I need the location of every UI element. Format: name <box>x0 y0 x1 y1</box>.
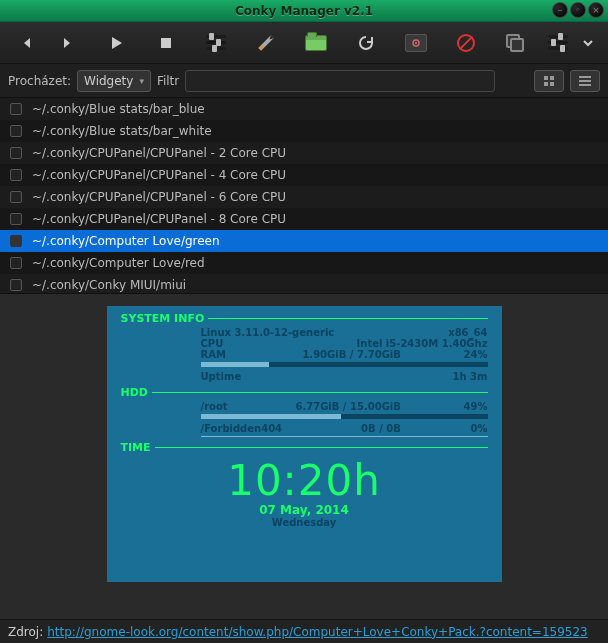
root-used: 6.77GiB / 15.00GiB <box>295 401 400 412</box>
open-folder-button[interactable] <box>298 27 334 59</box>
preferences-button[interactable] <box>540 27 576 59</box>
list-item[interactable]: ~/.conky/CPUPanel/CPUPanel - 2 Core CPU <box>0 142 608 164</box>
ram-label: RAM <box>201 349 226 360</box>
checkbox[interactable] <box>10 103 22 115</box>
play-button[interactable] <box>98 27 134 59</box>
clock-date: 07 May, 2014 <box>121 503 488 517</box>
filter-input[interactable] <box>185 70 495 92</box>
minimize-button[interactable]: – <box>552 2 568 18</box>
list-item-label: ~/.conky/Computer Love/red <box>32 256 205 270</box>
list-item[interactable]: ~/.conky/Computer Love/red <box>0 252 608 274</box>
list-item[interactable]: ~/.conky/CPUPanel/CPUPanel - 4 Core CPU <box>0 164 608 186</box>
cpu-label: CPU <box>201 338 224 349</box>
ram-used: 1.90GiB / 7.70GiB <box>302 349 400 360</box>
edit-button[interactable] <box>248 27 284 59</box>
stop-icon <box>159 36 173 50</box>
list-item[interactable]: ~/.conky/Conky MIUI/miui <box>0 274 608 294</box>
checkbox[interactable] <box>10 235 22 247</box>
list-item-label: ~/.conky/CPUPanel/CPUPanel - 8 Core CPU <box>32 212 286 226</box>
root-label: /root <box>201 401 228 412</box>
no-entry-icon <box>457 34 475 52</box>
source-label: Zdroj: <box>8 625 43 639</box>
kill-button[interactable] <box>448 27 484 59</box>
section-system: SYSTEM INFO <box>121 312 488 325</box>
clock: 10:20h 07 May, 2014 Wednesday <box>121 456 488 528</box>
play-icon <box>108 35 124 51</box>
panel-settings-button[interactable] <box>198 27 234 59</box>
back-button[interactable] <box>10 27 46 59</box>
uptime-label: Uptime <box>201 371 242 382</box>
status-bar: Zdroj: http://gnome-look.org/content/sho… <box>0 619 608 643</box>
widget-list[interactable]: ~/.conky/Blue stats/bar_blue~/.conky/Blu… <box>0 98 608 294</box>
system-settings-button[interactable] <box>398 27 434 59</box>
checkbox[interactable] <box>10 147 22 159</box>
svg-point-2 <box>415 41 417 43</box>
refresh-icon <box>357 34 375 52</box>
arch-value: x86_64 <box>448 327 487 338</box>
list-item-label: ~/.conky/Conky MIUI/miui <box>32 278 186 292</box>
checkbox[interactable] <box>10 125 22 137</box>
list-view-button[interactable] <box>570 70 600 92</box>
import-button[interactable] <box>498 27 534 59</box>
sliders-icon <box>548 35 568 50</box>
browse-combo-value: Widgety <box>84 74 133 88</box>
titlebar: Conky Manager v2.1 – ◦ × <box>0 0 608 22</box>
preview-pane: SYSTEM INFO Linux 3.11.0-12-genericx86_6… <box>0 294 608 594</box>
filter-bar: Procházet: Widgety ▾ Filtr <box>0 64 608 98</box>
arrow-left-icon <box>20 35 36 51</box>
checkbox[interactable] <box>10 169 22 181</box>
checkbox[interactable] <box>10 257 22 269</box>
f404-used: 0B / 0B <box>361 423 401 434</box>
conky-preview: SYSTEM INFO Linux 3.11.0-12-genericx86_6… <box>107 306 502 582</box>
toolbar <box>0 22 608 64</box>
list-item-label: ~/.conky/Blue stats/bar_blue <box>32 102 205 116</box>
filter-label: Filtr <box>157 74 179 88</box>
list-icon <box>579 76 591 86</box>
stack-icon <box>506 34 526 52</box>
f404-label: /Forbidden404 <box>201 423 283 434</box>
stop-button[interactable] <box>148 27 184 59</box>
browse-label: Procházet: <box>8 74 71 88</box>
maximize-button[interactable]: ◦ <box>570 2 586 18</box>
checkbox[interactable] <box>10 213 22 225</box>
chevron-down-icon: ▾ <box>139 76 144 86</box>
arrow-right-icon <box>58 35 74 51</box>
section-hdd: HDD <box>121 386 488 399</box>
checkbox[interactable] <box>10 191 22 203</box>
cpu-model: Intel i5-2430M 1.40Ghz <box>357 338 488 349</box>
f404-bar <box>201 436 488 437</box>
close-button[interactable]: × <box>588 2 604 18</box>
uptime-value: 1h 3m <box>453 371 488 382</box>
folder-icon <box>305 35 327 51</box>
svg-rect-0 <box>161 38 171 48</box>
list-item[interactable]: ~/.conky/Blue stats/bar_white <box>0 120 608 142</box>
checkbox[interactable] <box>10 279 22 291</box>
list-item[interactable]: ~/.conky/Computer Love/green <box>0 230 608 252</box>
chevron-down-icon <box>582 37 594 49</box>
list-item-label: ~/.conky/CPUPanel/CPUPanel - 6 Core CPU <box>32 190 286 204</box>
grid-icon <box>544 76 554 86</box>
root-bar <box>201 414 488 419</box>
clock-dow: Wednesday <box>121 517 488 528</box>
list-item-label: ~/.conky/Computer Love/green <box>32 234 220 248</box>
list-item-label: ~/.conky/Blue stats/bar_white <box>32 124 212 138</box>
kernel-value: Linux 3.11.0-12-generic <box>201 327 335 338</box>
list-item-label: ~/.conky/CPUPanel/CPUPanel - 2 Core CPU <box>32 146 286 160</box>
refresh-button[interactable] <box>348 27 384 59</box>
forward-button[interactable] <box>48 27 84 59</box>
window-title: Conky Manager v2.1 <box>0 4 608 18</box>
browse-combo[interactable]: Widgety ▾ <box>77 70 151 92</box>
window-controls: – ◦ × <box>552 2 604 18</box>
f404-pct: 0% <box>471 423 488 434</box>
menu-button[interactable] <box>578 27 598 59</box>
section-time: TIME <box>121 441 488 454</box>
source-link[interactable]: http://gnome-look.org/content/show.php/C… <box>47 625 588 639</box>
list-item-label: ~/.conky/CPUPanel/CPUPanel - 4 Core CPU <box>32 168 286 182</box>
ram-pct: 24% <box>464 349 488 360</box>
list-item[interactable]: ~/.conky/Blue stats/bar_blue <box>0 98 608 120</box>
list-item[interactable]: ~/.conky/CPUPanel/CPUPanel - 6 Core CPU <box>0 186 608 208</box>
gear-chip-icon <box>405 34 427 52</box>
clock-time: 10:20h <box>121 456 488 505</box>
grid-view-button[interactable] <box>534 70 564 92</box>
list-item[interactable]: ~/.conky/CPUPanel/CPUPanel - 8 Core CPU <box>0 208 608 230</box>
